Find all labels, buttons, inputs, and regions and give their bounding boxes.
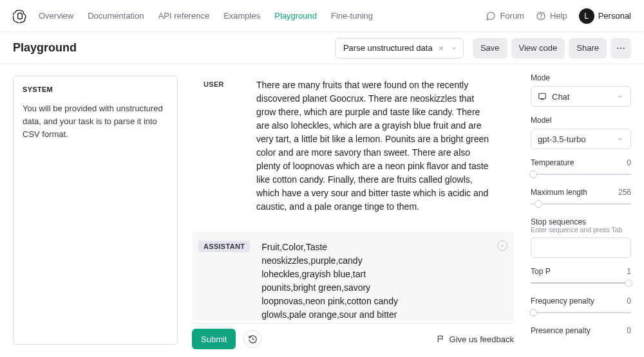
nav-links: OverviewDocumentationAPI referenceExampl… — [39, 11, 373, 21]
preset-value: Parse unstructured data — [343, 43, 433, 53]
feedback-label: Give us feedback — [450, 334, 514, 344]
nav-link-examples[interactable]: Examples — [223, 11, 260, 21]
maxlen-slider[interactable] — [531, 199, 631, 208]
conversation-column: USER There are many fruits that were fou… — [178, 64, 522, 357]
params-panel: Mode Chat Model gpt-3.5-turbo Temperatur… — [522, 64, 644, 357]
account-menu[interactable]: L Personal — [579, 8, 631, 24]
history-button[interactable] — [243, 330, 261, 348]
forum-link[interactable]: Forum — [486, 11, 524, 21]
user-message-text: There are many fruits that were found on… — [256, 78, 507, 214]
topp-row: Top P 1 — [531, 267, 631, 276]
help-link[interactable]: Help — [536, 11, 567, 21]
freq-label: Frequency penalty — [531, 297, 594, 306]
svg-point-4 — [623, 47, 625, 48]
system-column: SYSTEM You will be provided with unstruc… — [0, 64, 178, 357]
view-code-button[interactable]: View code — [511, 38, 565, 59]
chevron-down-icon — [616, 135, 624, 143]
help-label: Help — [550, 11, 567, 21]
help-icon — [536, 11, 546, 21]
model-label: Model — [531, 116, 631, 125]
svg-point-1 — [541, 17, 542, 18]
topp-value: 1 — [627, 267, 631, 276]
chat-bubble-icon — [486, 11, 496, 21]
role-assistant-label: ASSISTANT — [198, 241, 250, 252]
topp-slider[interactable] — [531, 279, 631, 288]
pres-row: Presence penalty 0 — [531, 326, 631, 335]
freq-row: Frequency penalty 0 — [531, 297, 631, 306]
stop-label: Stop sequences — [531, 217, 631, 226]
preset-select[interactable]: Parse unstructured data — [335, 38, 464, 59]
nav-right: Forum Help L Personal — [486, 8, 631, 24]
maxlen-label: Maximum length — [531, 188, 587, 197]
mode-select[interactable]: Chat — [531, 86, 631, 107]
stop-hint: Enter sequence and press Tab — [531, 226, 631, 233]
temperature-label: Temperature — [531, 158, 574, 167]
system-box[interactable]: SYSTEM You will be provided with unstruc… — [13, 76, 178, 345]
temperature-slider[interactable] — [531, 170, 631, 179]
nav-link-api-reference[interactable]: API reference — [158, 11, 210, 21]
messages: USER There are many fruits that were fou… — [192, 69, 514, 320]
page-title: Playground — [13, 41, 335, 55]
model-select[interactable]: gpt-3.5-turbo — [531, 129, 631, 149]
chevron-down-icon — [616, 93, 624, 100]
system-label: SYSTEM — [23, 86, 168, 93]
topp-label: Top P — [531, 267, 551, 276]
history-icon — [248, 334, 258, 344]
mode-label: Mode — [531, 73, 631, 82]
svg-point-2 — [617, 47, 618, 48]
temperature-row: Temperature 0 — [531, 158, 631, 167]
share-button[interactable]: Share — [569, 38, 607, 59]
top-nav: OverviewDocumentationAPI referenceExampl… — [0, 0, 644, 32]
svg-point-3 — [620, 47, 621, 48]
chat-mode-icon — [538, 92, 547, 101]
nav-link-playground[interactable]: Playground — [274, 11, 317, 21]
pres-value: 0 — [627, 326, 631, 335]
workspace: SYSTEM You will be provided with unstruc… — [0, 64, 644, 357]
maxlen-value: 256 — [618, 188, 631, 197]
nav-link-documentation[interactable]: Documentation — [88, 11, 144, 21]
svg-rect-5 — [539, 93, 546, 98]
forum-label: Forum — [500, 11, 524, 21]
openai-logo-icon — [13, 9, 27, 23]
chevron-down-icon — [450, 44, 458, 52]
message-assistant[interactable]: ASSISTANT Fruit,Color,Taste neoskizzles,… — [192, 232, 514, 320]
title-bar: Playground Parse unstructured data Save … — [0, 32, 644, 64]
assistant-message-text: Fruit,Color,Taste neoskizzles,purple,can… — [261, 241, 507, 320]
avatar: L — [579, 8, 594, 24]
message-user[interactable]: USER There are many fruits that were fou… — [192, 69, 514, 223]
model-value: gpt-3.5-turbo — [538, 134, 585, 144]
feedback-link[interactable]: Give us feedback — [437, 334, 514, 344]
nav-link-overview[interactable]: Overview — [39, 11, 73, 21]
remove-message-icon[interactable] — [497, 241, 507, 251]
nav-link-fine-tuning[interactable]: Fine-tuning — [331, 11, 373, 21]
freq-value: 0 — [627, 297, 631, 306]
more-button[interactable] — [611, 38, 631, 59]
freq-slider[interactable] — [531, 308, 631, 317]
clear-preset-icon[interactable] — [437, 44, 445, 52]
system-text: You will be provided with unstructured d… — [23, 102, 168, 141]
conversation-footer: Submit Give us feedback — [192, 323, 514, 351]
dots-horizontal-icon — [616, 43, 626, 53]
mode-value: Chat — [552, 92, 569, 102]
flag-icon — [437, 334, 446, 343]
submit-button[interactable]: Submit — [192, 329, 236, 349]
temperature-value: 0 — [627, 158, 631, 167]
pres-label: Presence penalty — [531, 326, 591, 335]
maxlen-row: Maximum length 256 — [531, 188, 631, 197]
account-label: Personal — [598, 11, 631, 21]
stop-sequences-input[interactable] — [531, 237, 631, 258]
save-button[interactable]: Save — [473, 38, 507, 59]
role-user-label: USER — [198, 78, 245, 90]
